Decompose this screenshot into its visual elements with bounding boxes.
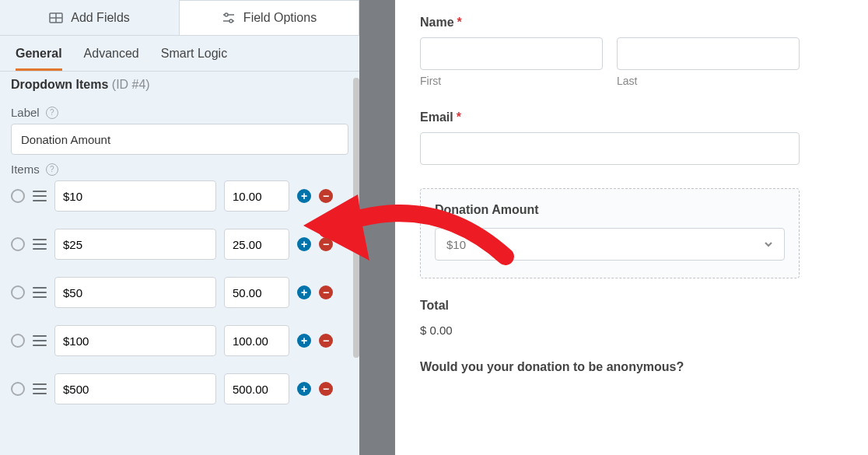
add-item-button[interactable]: +: [297, 382, 311, 396]
subtab-smart-logic[interactable]: Smart Logic: [161, 47, 227, 71]
chevron-down-icon: [763, 239, 774, 250]
donation-label: Donation Amount: [435, 203, 785, 217]
donation-select[interactable]: $10: [435, 228, 785, 261]
default-radio[interactable]: [11, 189, 25, 203]
sidebar: Add Fields Field Options General Advance…: [0, 0, 359, 455]
donation-selected: $10: [446, 238, 466, 251]
subtab-general[interactable]: General: [16, 47, 62, 71]
default-radio[interactable]: [11, 237, 25, 251]
items-field-label: Items: [11, 163, 40, 176]
add-item-button[interactable]: +: [297, 237, 311, 251]
label-field-label: Label: [11, 106, 40, 119]
drag-handle-icon[interactable]: [33, 383, 47, 394]
add-item-button[interactable]: +: [297, 189, 311, 203]
last-name-input[interactable]: [617, 37, 800, 70]
top-tabs: Add Fields Field Options: [0, 0, 359, 36]
form-preview: Name* First Last Email* Donation Amount …: [395, 0, 868, 455]
drag-handle-icon[interactable]: [33, 239, 47, 250]
remove-item-button[interactable]: −: [319, 237, 333, 251]
total-value: $ 0.00: [420, 324, 800, 337]
item-price-input[interactable]: [224, 180, 289, 212]
donation-box: Donation Amount $10: [420, 188, 800, 278]
drag-handle-icon[interactable]: [33, 191, 47, 201]
tab-field-options-label: Field Options: [243, 11, 317, 25]
item-row: + −: [11, 325, 348, 356]
label-field-group: Label ?: [0, 98, 359, 155]
item-price-input[interactable]: [224, 229, 289, 260]
item-label-input[interactable]: [54, 325, 216, 356]
item-label-input[interactable]: [54, 277, 216, 308]
scrollbar[interactable]: [353, 78, 359, 358]
add-item-button[interactable]: +: [297, 334, 311, 348]
default-radio[interactable]: [11, 382, 25, 396]
subtabs: General Advanced Smart Logic: [0, 36, 359, 72]
total-block: Total $ 0.00: [420, 299, 800, 337]
item-label-input[interactable]: [54, 180, 216, 212]
section-id: (ID #4): [112, 78, 150, 91]
anonymous-question: Would you your donation to be anonymous?: [420, 360, 800, 374]
item-row: + −: [11, 180, 348, 212]
tab-field-options[interactable]: Field Options: [179, 0, 359, 35]
help-icon[interactable]: ?: [46, 107, 58, 119]
required-asterisk: *: [457, 110, 461, 124]
section-title-text: Dropdown Items: [11, 78, 108, 91]
item-row: + −: [11, 229, 348, 260]
drag-handle-icon[interactable]: [33, 335, 47, 346]
panel-divider: [359, 0, 395, 455]
name-label: Name*: [420, 16, 800, 30]
item-price-input[interactable]: [224, 325, 289, 356]
item-row: + −: [11, 277, 348, 308]
item-price-input[interactable]: [224, 373, 289, 404]
svg-point-4: [225, 13, 228, 16]
grid-icon: [49, 11, 63, 25]
email-input[interactable]: [420, 132, 800, 165]
tab-add-fields-label: Add Fields: [71, 11, 130, 25]
tab-add-fields[interactable]: Add Fields: [0, 0, 179, 35]
items-field-group: Items ?: [0, 155, 359, 176]
required-asterisk: *: [457, 16, 462, 29]
email-label: Email*: [420, 110, 800, 124]
item-row: + −: [11, 373, 348, 404]
svg-point-6: [229, 19, 233, 23]
last-sublabel: Last: [617, 75, 800, 87]
remove-item-button[interactable]: −: [319, 285, 333, 299]
item-label-input[interactable]: [54, 229, 216, 260]
total-label: Total: [420, 299, 800, 313]
label-input[interactable]: [11, 124, 348, 155]
sliders-icon: [222, 11, 236, 25]
default-radio[interactable]: [11, 334, 25, 348]
first-name-input[interactable]: [420, 37, 603, 70]
remove-item-button[interactable]: −: [319, 189, 333, 203]
item-label-input[interactable]: [54, 373, 216, 404]
first-sublabel: First: [420, 75, 603, 87]
remove-item-button[interactable]: −: [319, 334, 333, 348]
item-price-input[interactable]: [224, 277, 289, 308]
help-icon[interactable]: ?: [46, 163, 58, 176]
remove-item-button[interactable]: −: [319, 382, 333, 396]
add-item-button[interactable]: +: [297, 285, 311, 299]
subtab-advanced[interactable]: Advanced: [84, 47, 139, 71]
default-radio[interactable]: [11, 285, 25, 299]
items-list: + − + − + −: [0, 180, 359, 404]
drag-handle-icon[interactable]: [33, 287, 47, 298]
section-title: Dropdown Items (ID #4): [0, 72, 359, 98]
